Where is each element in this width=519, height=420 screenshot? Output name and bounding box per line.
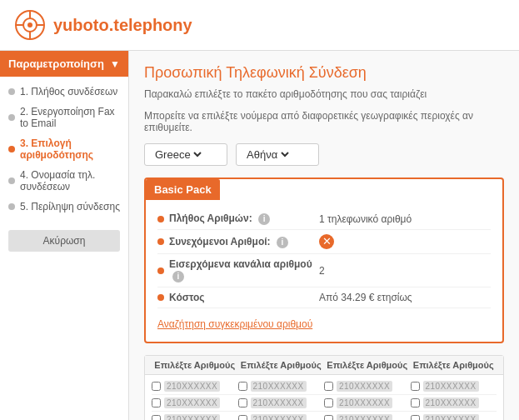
step1-label: 1. Πλήθος συνδέσεων bbox=[20, 86, 117, 98]
step1-dot bbox=[8, 88, 15, 95]
number-text: 210ΧΧΧΧΧΧ bbox=[251, 414, 307, 420]
number-checkbox[interactable] bbox=[324, 415, 333, 420]
step5-dot bbox=[8, 203, 15, 210]
country-select[interactable]: Greece bbox=[152, 148, 204, 162]
pack-row2-label: Συνεχόμενοι Αριθμοί: i bbox=[169, 236, 319, 248]
info-icon-row3[interactable]: i bbox=[172, 271, 184, 282]
number-text: 210ΧΧΧΧΧΧ bbox=[251, 381, 307, 392]
number-checkbox[interactable] bbox=[238, 382, 247, 391]
numbers-section: Επιλέξτε Αριθμούς Επιλέξτε Αριθμούς Επιλ… bbox=[144, 355, 504, 420]
pack-row-channels: Εισερχόμενα κανάλια αριθμού i 2 bbox=[157, 254, 491, 288]
number-checkbox[interactable] bbox=[411, 415, 420, 420]
numbers-col2-header: Επιλέξτε Αριθμούς bbox=[238, 360, 325, 370]
number-text: 210ΧΧΧΧΧΧ bbox=[337, 381, 392, 392]
number-text: 210ΧΧΧΧΧΧ bbox=[423, 398, 479, 408]
sidebar-item-step5[interactable]: 5. Περίληψη σύνδεσης bbox=[0, 197, 128, 217]
number-text: 210ΧΧΧΧΧΧ bbox=[337, 398, 392, 408]
pack-row1-label: Πλήθος Αριθμών: i bbox=[169, 212, 319, 225]
number-text: 210ΧΧΧΧΧΧ bbox=[423, 414, 479, 420]
number-text: 210ΧΧΧΧΧΧ bbox=[164, 414, 220, 420]
pack-row4-dot bbox=[157, 294, 164, 301]
city-select-wrapper[interactable]: Αθήνα bbox=[236, 143, 319, 166]
sidebar-header: Παραμετροποίηση ▼ bbox=[0, 51, 128, 77]
page-title: Προσωπική Τηλεφωνική Σύνδεση bbox=[144, 64, 504, 82]
pack-row-count: Πλήθος Αριθμών: i 1 τηλεφωνικό αριθμό bbox=[157, 208, 491, 230]
logo-text: yuboto.telephony bbox=[53, 16, 192, 35]
pack-row3-value: 2 bbox=[319, 265, 491, 277]
number-checkbox[interactable] bbox=[324, 382, 333, 391]
number-text: 210ΧΧΧΧΧΧ bbox=[423, 381, 479, 392]
content-main-subtitle: Παρακαλώ επιλέξτε το πακέτο αριθμοδότηση… bbox=[144, 88, 504, 100]
country-select-wrapper[interactable]: Greece bbox=[144, 143, 227, 166]
number-checkbox[interactable] bbox=[152, 415, 161, 420]
step4-label: 4. Ονομασία τηλ. συνδέσεων bbox=[20, 169, 120, 192]
sidebar-header-label: Παραμετροποίηση bbox=[8, 58, 104, 70]
content-hint: Μπορείτε να επιλέξτε νούμερα από διαφορε… bbox=[144, 110, 504, 133]
number-cell: 210ΧΧΧΧΧΧ bbox=[238, 398, 325, 408]
numbers-header-row: Επιλέξτε Αριθμούς Επιλέξτε Αριθμούς Επιλ… bbox=[145, 356, 503, 375]
main-layout: Παραμετροποίηση ▼ 1. Πλήθος συνδέσεων 2.… bbox=[0, 51, 519, 420]
step2-dot bbox=[8, 114, 15, 121]
pack-header: Basic Pack bbox=[146, 179, 220, 200]
cancel-section: Ακύρωση bbox=[8, 230, 120, 252]
number-text: 210ΧΧΧΧΧΧ bbox=[337, 414, 392, 420]
x-icon-row2[interactable]: ✕ bbox=[319, 234, 334, 249]
sidebar-item-step4[interactable]: 4. Ονομασία τηλ. συνδέσεων bbox=[0, 165, 128, 197]
pack-row4-value: Από 34.29 € ετησίως bbox=[319, 292, 491, 303]
sidebar-items: 1. Πλήθος συνδέσεων 2. Ενεργοποίηση Fax … bbox=[0, 77, 128, 222]
number-checkbox[interactable] bbox=[152, 398, 161, 408]
info-icon-row2[interactable]: i bbox=[277, 237, 288, 248]
number-checkbox[interactable] bbox=[238, 415, 247, 420]
step3-label: 3. Επιλογή αριθμοδότησης bbox=[20, 138, 120, 161]
number-cell: 210ΧΧΧΧΧΧ bbox=[324, 398, 411, 408]
table-row: 210ΧΧΧΧΧΧ 210ΧΧΧΧΧΧ 210ΧΧΧΧΧΧ 210ΧΧΧΧΧΧ bbox=[152, 378, 497, 395]
number-checkbox[interactable] bbox=[324, 398, 333, 408]
pack-row2-dot bbox=[157, 238, 164, 245]
numbers-col1-header: Επιλέξτε Αριθμούς bbox=[152, 360, 238, 370]
pack-row-cost: Κόστος Από 34.29 € ετησίως bbox=[157, 288, 491, 308]
number-cell: 210ΧΧΧΧΧΧ bbox=[152, 398, 238, 408]
pack-row3-dot bbox=[157, 268, 164, 274]
step5-label: 5. Περίληψη σύνδεσης bbox=[20, 201, 120, 212]
number-cell: 210ΧΧΧΧΧΧ bbox=[238, 414, 325, 420]
table-row: 210ΧΧΧΧΧΧ 210ΧΧΧΧΧΧ 210ΧΧΧΧΧΧ 210ΧΧΧΧΧΧ bbox=[152, 395, 497, 412]
pack-content: Πλήθος Αριθμών: i 1 τηλεφωνικό αριθμό Συ… bbox=[146, 200, 502, 342]
sidebar-arrow-icon: ▼ bbox=[110, 58, 120, 70]
number-text: 210ΧΧΧΧΧΧ bbox=[251, 398, 307, 408]
number-text: 210ΧΧΧΧΧΧ bbox=[164, 381, 220, 392]
sidebar-item-step2[interactable]: 2. Ενεργοποίηση Fax to Email bbox=[0, 102, 128, 133]
number-cell: 210ΧΧΧΧΧΧ bbox=[238, 381, 325, 392]
number-checkbox[interactable] bbox=[152, 382, 161, 391]
sidebar-item-step3[interactable]: 3. Επιλογή αριθμοδότησης bbox=[0, 133, 128, 165]
pack-row4-label: Κόστος bbox=[169, 292, 319, 303]
svg-point-2 bbox=[27, 22, 32, 28]
step3-dot bbox=[8, 146, 15, 152]
content-area: Προσωπική Τηλεφωνική Σύνδεση Παρακαλώ επ… bbox=[129, 51, 519, 420]
info-icon-row1[interactable]: i bbox=[258, 213, 270, 225]
step2-label: 2. Ενεργοποίηση Fax to Email bbox=[20, 106, 120, 129]
pack-row1-dot bbox=[157, 216, 164, 222]
cancel-button[interactable]: Ακύρωση bbox=[8, 230, 120, 252]
city-select[interactable]: Αθήνα bbox=[243, 148, 292, 162]
number-cell: 210ΧΧΧΧΧΧ bbox=[324, 381, 411, 392]
sidebar: Παραμετροποίηση ▼ 1. Πλήθος συνδέσεων 2.… bbox=[0, 51, 129, 420]
numbers-col3-header: Επιλέξτε Αριθμούς bbox=[324, 360, 411, 370]
number-cell: 210ΧΧΧΧΧΧ bbox=[152, 381, 238, 392]
number-text: 210ΧΧΧΧΧΧ bbox=[164, 398, 220, 408]
number-cell: 210ΧΧΧΧΧΧ bbox=[411, 414, 497, 420]
number-checkbox[interactable] bbox=[238, 398, 247, 408]
pack-row1-value: 1 τηλεφωνικό αριθμό bbox=[319, 213, 491, 225]
numbers-col4-header: Επιλέξτε Αριθμούς bbox=[411, 360, 497, 370]
number-cell: 210ΧΧΧΧΧΧ bbox=[152, 414, 238, 420]
search-number-link[interactable]: Αναζήτηση συγκεκριμένου αριθμού bbox=[157, 315, 491, 333]
number-cell: 210ΧΧΧΧΧΧ bbox=[324, 414, 411, 420]
number-checkbox[interactable] bbox=[411, 398, 420, 408]
location-select-row: Greece Αθήνα bbox=[144, 143, 504, 166]
logo-icon bbox=[15, 10, 45, 40]
number-checkbox[interactable] bbox=[411, 382, 420, 391]
number-cell: 210ΧΧΧΧΧΧ bbox=[411, 381, 497, 392]
pack-box: Basic Pack Πλήθος Αριθμών: i 1 τηλεφωνικ… bbox=[144, 178, 504, 343]
sidebar-item-step1[interactable]: 1. Πλήθος συνδέσεων bbox=[0, 82, 128, 102]
numbers-body: 210ΧΧΧΧΧΧ 210ΧΧΧΧΧΧ 210ΧΧΧΧΧΧ 210ΧΧΧΧΧΧ … bbox=[145, 375, 503, 420]
pack-row-consecutive: Συνεχόμενοι Αριθμοί: i ✕ bbox=[157, 230, 491, 254]
